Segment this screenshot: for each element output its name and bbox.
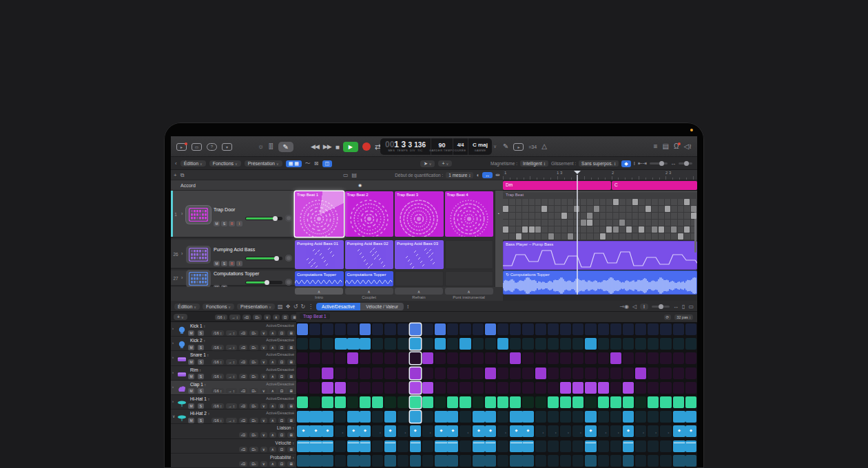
row-solo-button[interactable]: S <box>198 388 204 394</box>
volume-slider[interactable] <box>245 257 282 260</box>
editor-zoom-slider[interactable] <box>652 306 670 308</box>
row-increment[interactable]: ∧ <box>269 359 276 365</box>
step-on[interactable]: ◆ <box>322 425 333 437</box>
step-off[interactable] <box>435 396 446 408</box>
step-off[interactable]: ▸ <box>560 425 571 437</box>
step-off[interactable] <box>660 338 671 350</box>
bar-ruler[interactable]: 11 322 3 <box>503 170 697 180</box>
seq-row-rim[interactable]: ›Rim ↕Activé/DésactivéMS/16 ↕→ ↕‹⊡⊡›∨∧⊡⊞ <box>171 366 296 381</box>
count-in-icon[interactable]: ⌗34 <box>528 145 537 149</box>
step-off[interactable] <box>522 323 533 335</box>
step-on[interactable] <box>585 411 596 423</box>
text-cursor-icon[interactable]: I <box>634 160 635 167</box>
step-off[interactable] <box>435 352 446 364</box>
step-on[interactable] <box>347 338 360 350</box>
row-solo-button[interactable]: S <box>198 374 204 379</box>
step-on[interactable] <box>673 455 686 467</box>
row-rotate-right[interactable]: ⊡› <box>249 330 258 336</box>
step-on[interactable] <box>685 455 696 467</box>
displays-icon[interactable]: ▭ <box>192 143 202 151</box>
step-off[interactable] <box>422 338 433 350</box>
step-on[interactable]: ◆ <box>685 425 696 437</box>
step-on[interactable] <box>673 396 684 408</box>
step-off[interactable] <box>473 352 484 364</box>
step-off[interactable] <box>297 382 308 394</box>
playhead[interactable] <box>577 175 578 295</box>
step-on[interactable] <box>297 411 310 423</box>
step-off[interactable] <box>397 396 409 408</box>
step-on[interactable] <box>623 396 634 408</box>
row-increment[interactable]: ∧ <box>269 345 276 350</box>
step-on[interactable]: ◆ <box>473 425 486 437</box>
rewind-button[interactable]: ◀◀ <box>311 143 319 150</box>
grid-view-toggle-icon[interactable]: ▦ ▦ <box>286 160 302 167</box>
step-on[interactable] <box>309 411 322 423</box>
row-square1[interactable]: ⊡ <box>278 388 286 394</box>
seq-row-snare-1[interactable]: ›Snare 1 ↕Activé/DésactivéMS/16 ↕→ ↕‹⊡⊡›… <box>171 351 296 365</box>
step-on[interactable] <box>473 440 486 452</box>
step-off[interactable] <box>610 368 621 379</box>
seq-row-kick-2[interactable]: ›Kick 2 ↕Activé/DésactivéMS/16 ↕→ ↕‹⊡⊡›∨… <box>171 337 296 351</box>
step-off[interactable]: ▸ <box>660 425 671 437</box>
step-off[interactable]: ▸ <box>459 425 471 437</box>
step-off[interactable] <box>447 323 458 335</box>
step-off[interactable] <box>685 338 696 350</box>
step-off[interactable] <box>473 323 484 335</box>
step-off[interactable] <box>497 323 508 335</box>
step-off[interactable] <box>572 440 583 452</box>
scene-trigger-1[interactable]: ∧Intro <box>295 288 343 299</box>
track-s-button[interactable]: S <box>221 261 227 266</box>
step-on[interactable] <box>510 352 521 364</box>
step-off[interactable] <box>347 382 358 394</box>
step-off[interactable] <box>510 338 521 350</box>
step-on[interactable] <box>309 440 322 452</box>
record-button[interactable] <box>362 142 371 151</box>
step-off[interactable] <box>522 338 533 350</box>
step-off[interactable] <box>585 368 596 379</box>
step-off[interactable] <box>335 352 346 364</box>
step-off[interactable] <box>610 338 621 350</box>
row-square1[interactable]: ⊡ <box>278 359 286 365</box>
step-off[interactable] <box>422 455 433 467</box>
row-square1[interactable]: ⊡ <box>278 418 286 423</box>
step-off[interactable] <box>297 368 308 379</box>
step-on[interactable] <box>322 396 333 408</box>
row-solo-button[interactable]: S <box>198 330 204 336</box>
row-rotate-left[interactable]: ‹⊡ <box>239 418 247 423</box>
step-on[interactable] <box>384 455 395 467</box>
step-off[interactable] <box>397 411 409 423</box>
step-off[interactable] <box>360 368 371 379</box>
row-decrement[interactable]: ∨ <box>260 432 267 438</box>
step-on[interactable] <box>297 396 308 408</box>
step-off[interactable] <box>360 352 371 364</box>
step-off[interactable] <box>522 396 533 408</box>
step-off[interactable] <box>572 368 583 379</box>
step-on[interactable] <box>560 382 571 394</box>
step-off[interactable] <box>535 338 546 350</box>
step-on[interactable] <box>447 396 458 408</box>
output-icon[interactable]: ◁≀ <box>684 143 692 150</box>
forward-button[interactable]: ▶▶ <box>323 143 331 150</box>
editor-menu-presentation[interactable]: Présentation ∨ <box>237 304 275 310</box>
row-mute-button[interactable]: M <box>188 403 194 409</box>
loop-cell-pumping-acid-bass-03[interactable]: Pumping Acid Bass 03 <box>395 240 444 269</box>
row-direction[interactable]: → ↕ <box>226 359 237 365</box>
step-off[interactable] <box>673 323 684 335</box>
step-off[interactable] <box>497 455 508 467</box>
stop-button[interactable]: ■ <box>335 143 339 151</box>
step-off[interactable] <box>673 352 684 364</box>
grid-icon[interactable]: ▭ <box>343 172 349 178</box>
row-decrement[interactable]: ∨ <box>260 374 267 379</box>
step-on[interactable] <box>660 396 671 408</box>
step-on[interactable] <box>322 368 333 379</box>
quantize-value[interactable]: 1 mesure ↕ <box>446 172 473 178</box>
step-on[interactable] <box>360 323 371 335</box>
row-mute-button[interactable]: M <box>188 374 194 379</box>
row-direction[interactable]: → ↕ <box>226 403 237 409</box>
step-off[interactable] <box>673 368 684 379</box>
step-on[interactable]: ◆ <box>435 425 448 437</box>
step-on[interactable] <box>485 411 496 423</box>
auto-zoom-icon[interactable]: ⇤⇥ <box>638 160 647 167</box>
step-off[interactable] <box>535 455 546 467</box>
step-off[interactable] <box>309 396 320 408</box>
